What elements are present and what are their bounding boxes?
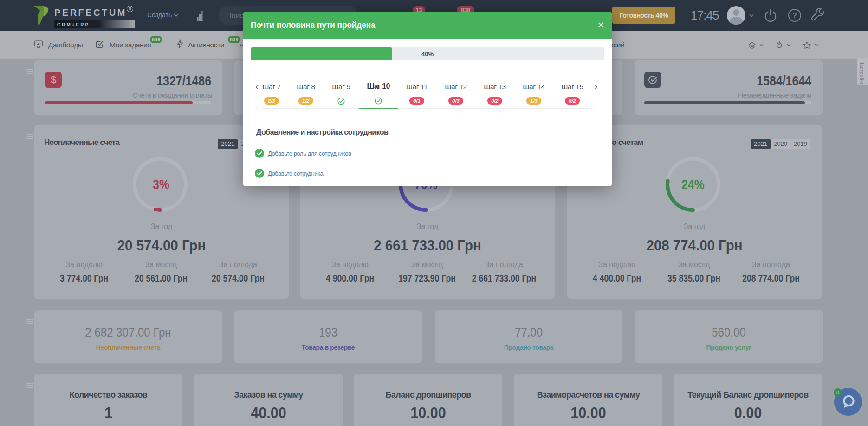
svg-text:?: ? <box>792 12 797 20</box>
